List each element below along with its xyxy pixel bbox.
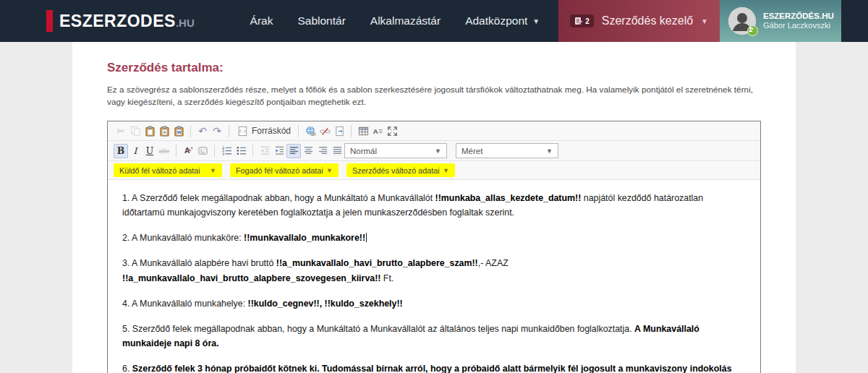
variable-dropdown-1[interactable]: Küldő fél változó adatai▼ — [114, 163, 222, 177]
chevron-down-icon: ▼ — [443, 167, 449, 174]
rich-text-editor: ✂AW↶↷ForráskódA BIUabcA123Normál▼Méret▼ … — [107, 121, 761, 373]
bullet-list-icon[interactable] — [234, 144, 248, 158]
toolbar-separator — [190, 125, 191, 137]
svg-text:A: A — [184, 147, 190, 155]
toolbar-separator — [252, 145, 253, 157]
variable-dropdown-3[interactable]: Szerződés változó adatai▼ — [346, 163, 455, 177]
svg-text:A: A — [373, 128, 378, 135]
contract-doc-icon — [574, 17, 583, 25]
toolbar-row-1: ✂AW↶↷ForráskódA — [108, 121, 760, 141]
variable-dropdown-label: Fogadó fél változó adatai — [236, 166, 323, 175]
paste-text-icon[interactable]: A — [157, 124, 171, 138]
placeholder-icon[interactable] — [195, 144, 210, 158]
content-card: Szerződés tartalma: Ez a szövegrész a sa… — [72, 42, 796, 373]
redo-icon[interactable]: ↷ — [210, 124, 224, 138]
contract-variable: !!a_munkavallalo_havi_brutto_alapbere_sz… — [122, 273, 380, 283]
text-cursor — [366, 233, 367, 242]
toolbar-row-variables: Küldő fél változó adatai▼Fogadó fél vált… — [108, 161, 760, 180]
nav-item-1[interactable]: Árak — [250, 14, 273, 27]
toolbar-row-2: BIUabcA123Normál▼Méret▼ — [108, 141, 760, 161]
text-color-icon[interactable]: A — [181, 144, 195, 158]
user-menu[interactable]: ESZERZŐDÉS.HU Gábor Laczkovszki ▼ — [720, 0, 841, 42]
paste-icon[interactable] — [142, 124, 157, 138]
variable-dropdown-2[interactable]: Fogadó fél változó adatai▼ — [230, 163, 339, 177]
contract-variable: Szerződő felek 3 hónap próbaidőt kötnek … — [122, 364, 732, 373]
page-export-icon[interactable] — [332, 124, 346, 138]
italic-icon[interactable]: I — [128, 144, 142, 158]
toolbar-separator — [298, 125, 299, 137]
bold-icon[interactable]: B — [114, 144, 128, 158]
copy-icon — [128, 124, 142, 138]
align-center-icon[interactable] — [301, 144, 315, 158]
contract-variable: !!munkavallalo_munkakore!! — [244, 233, 365, 243]
strike-icon: abc — [157, 144, 171, 158]
page-title: Szerződés tartalma: — [107, 61, 761, 75]
source-button-label: Forráskód — [252, 126, 291, 136]
editor-content[interactable]: 1. A Szerződő felek megállapodnak abban,… — [108, 180, 760, 373]
chevron-down-icon: ▼ — [210, 167, 216, 174]
top-header: ESZERZODES.HU ÁrakSablontárAlkalmazástár… — [0, 0, 868, 42]
contract-variable: !!a_munkavallalo_havi_brutto_alapbere_sz… — [276, 258, 478, 268]
outdent-icon — [258, 144, 272, 158]
source-button[interactable]: Forráskód — [234, 124, 294, 138]
toolbar-separator — [351, 125, 352, 137]
nav-item-4[interactable]: Adatközpont▼ — [465, 14, 540, 27]
contract-text: 3. A Munkavállaló alapbére havi bruttó — [122, 258, 276, 268]
chevron-down-icon: ▼ — [435, 147, 441, 155]
link-icon[interactable] — [303, 124, 318, 138]
avatar — [728, 7, 756, 35]
size-select[interactable]: Méret▼ — [456, 143, 558, 158]
main-nav: ÁrakSablontárAlkalmazástárAdatközpont▼ — [250, 0, 540, 42]
site-logo[interactable]: ESZERZODES.HU — [46, 0, 195, 42]
contract-paragraph-3: 3. A Munkavállaló alapbére havi bruttó !… — [122, 256, 742, 285]
maximize-icon[interactable] — [385, 124, 399, 138]
chevron-down-icon: ▼ — [532, 17, 540, 25]
fields-icon[interactable]: A — [370, 124, 385, 138]
contract-text: ,- AZAZ — [478, 258, 509, 268]
contract-paragraph-1: 1. A Szerződő felek megállapodnak abban,… — [122, 191, 742, 220]
logo-tld: .HU — [176, 17, 195, 29]
user-status-icon — [747, 25, 758, 36]
align-left-icon[interactable] — [286, 144, 301, 158]
underline-icon[interactable]: U — [142, 144, 157, 158]
chevron-down-icon: ▼ — [546, 147, 553, 155]
paste-word-icon[interactable]: W — [171, 124, 186, 138]
contract-text: 1. A Szerződő felek megállapodnak abban,… — [122, 193, 435, 203]
chevron-down-icon: ▼ — [701, 17, 708, 25]
user-org: ESZERZŐDÉS.HU — [763, 12, 834, 21]
svg-text:W: W — [176, 129, 181, 134]
table-icon[interactable] — [356, 124, 370, 138]
toolbar-separator — [229, 125, 229, 137]
variable-dropdown-label: Szerződés változó adatai — [352, 166, 440, 175]
toolbar-separator — [214, 145, 215, 157]
contract-text: 6. — [122, 364, 132, 373]
contract-manager-button[interactable]: 2 Szerződés kezelő ▼ — [558, 0, 720, 42]
indent-icon[interactable] — [272, 144, 286, 158]
cut-icon: ✂ — [114, 124, 128, 138]
align-right-icon[interactable] — [315, 144, 330, 158]
contract-paragraph-4: 4. A Munkavállaló munkahelye: !!kuldo_ce… — [122, 296, 742, 311]
toolbar-separator — [176, 145, 176, 157]
contract-badge: 2 — [570, 14, 594, 27]
format-select[interactable]: Normál▼ — [344, 143, 447, 158]
contract-paragraph-2: 2. A Munkavállaló munkaköre: !!munkavall… — [122, 231, 742, 245]
nav-item-3[interactable]: Alkalmazástár — [370, 14, 441, 27]
contract-paragraph-5: 5. Szerződő felek megállapodnak abban, h… — [122, 322, 742, 351]
contract-text: 5. Szerződő felek megállapodnak abban, h… — [122, 324, 634, 334]
contract-text: 2. A Munkavállaló munkaköre: — [122, 233, 244, 243]
undo-icon[interactable]: ↶ — [195, 124, 210, 138]
contract-text: Ft. — [380, 273, 393, 283]
nav-item-2[interactable]: Sablontár — [297, 14, 345, 27]
logo-text: ESZERZODES — [59, 12, 176, 30]
logo-red-bar-icon — [46, 10, 53, 32]
unlink-icon[interactable] — [318, 124, 332, 138]
contract-manager-label: Szerződés kezelő — [602, 14, 693, 27]
source-icon — [237, 124, 249, 138]
numbered-list-icon[interactable]: 123 — [219, 144, 234, 158]
variable-dropdown-label: Küldő fél változó adatai — [119, 166, 200, 175]
contract-badge-count: 2 — [585, 17, 590, 25]
chevron-down-icon: ▼ — [326, 167, 333, 174]
justify-icon[interactable] — [330, 144, 344, 158]
svg-text:3: 3 — [222, 152, 224, 156]
contract-variable: !!kuldo_cegnev!!, !!kuldo_szekhely!! — [248, 299, 403, 309]
